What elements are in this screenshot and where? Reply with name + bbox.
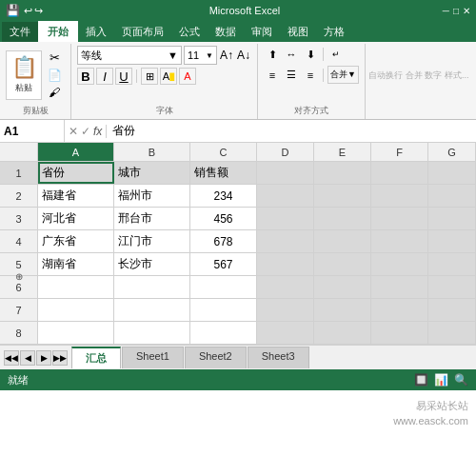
cell-a8[interactable]: [38, 322, 114, 344]
cell-b5[interactable]: 长沙市: [114, 253, 190, 275]
cell-f1[interactable]: [371, 162, 428, 184]
redo-icon[interactable]: ↪: [34, 5, 43, 17]
sheet-nav-prev[interactable]: ◀: [20, 350, 35, 366]
cell-f8[interactable]: [371, 322, 428, 344]
formula-cancel-icon[interactable]: ✕: [69, 125, 78, 138]
cell-e6[interactable]: [314, 276, 371, 298]
sheet-nav-first[interactable]: ◀◀: [4, 350, 19, 366]
align-right-button[interactable]: ≡: [302, 67, 319, 84]
cell-f5[interactable]: [371, 253, 428, 275]
cut-button[interactable]: ✂: [44, 50, 65, 66]
cell-d3[interactable]: [257, 208, 314, 229]
minimize-button[interactable]: ─: [443, 6, 449, 16]
row-num-8[interactable]: 8: [0, 322, 38, 344]
cell-d1[interactable]: [257, 162, 314, 184]
cell-b4[interactable]: 江门市: [114, 230, 190, 252]
align-center-button[interactable]: ☰: [283, 67, 300, 84]
merge-button[interactable]: 合并▼: [327, 66, 359, 84]
cell-a5[interactable]: 湖南省: [38, 253, 114, 275]
cell-g8[interactable]: [428, 322, 476, 344]
cell-b3[interactable]: 邢台市: [114, 208, 190, 229]
cell-f7[interactable]: [371, 299, 428, 321]
normal-view-icon[interactable]: 🔲: [414, 373, 428, 387]
cell-c2[interactable]: 234: [190, 185, 257, 207]
sheet-tab-sheet3[interactable]: Sheet3: [248, 347, 309, 368]
undo-icon[interactable]: ↩: [24, 5, 32, 17]
tab-extra[interactable]: 方格: [316, 22, 352, 42]
border-button[interactable]: ⊞: [141, 68, 158, 85]
cell-g6[interactable]: [428, 276, 476, 298]
cell-c1[interactable]: 销售额: [190, 162, 257, 184]
cell-a1[interactable]: 省份: [38, 162, 114, 184]
font-increase-button[interactable]: A↑: [219, 48, 234, 63]
copy-button[interactable]: 📄: [44, 68, 65, 83]
close-button[interactable]: ✕: [463, 6, 470, 16]
sheet-tab-sheet2[interactable]: Sheet2: [185, 347, 247, 368]
tab-start[interactable]: 开始: [38, 21, 78, 42]
cell-c8[interactable]: [190, 322, 257, 344]
cell-d7[interactable]: [257, 299, 314, 321]
save-icon[interactable]: 💾: [6, 4, 20, 17]
sheet-nav-next[interactable]: ▶: [36, 350, 51, 366]
cell-d6[interactable]: [257, 276, 314, 298]
cell-e3[interactable]: [314, 208, 371, 229]
cell-a3[interactable]: 河北省: [38, 208, 114, 229]
maximize-button[interactable]: □: [453, 6, 459, 16]
cell-e5[interactable]: [314, 253, 371, 275]
row-num-4[interactable]: 4: [0, 230, 38, 252]
cell-f2[interactable]: [371, 185, 428, 207]
cell-c4[interactable]: 678: [190, 230, 257, 252]
align-top-button[interactable]: ⬆: [264, 46, 281, 63]
cell-d4[interactable]: [257, 230, 314, 252]
formula-enter-icon[interactable]: ✓: [81, 125, 90, 138]
row-num-5[interactable]: 5 ⊕: [0, 253, 38, 275]
cell-e2[interactable]: [314, 185, 371, 207]
sheet-tab-sheet1[interactable]: Sheet1: [122, 347, 184, 368]
row-num-1[interactable]: 1: [0, 162, 38, 184]
cell-c5[interactable]: 567: [190, 253, 257, 275]
col-header-a[interactable]: A: [38, 143, 114, 161]
row-num-3[interactable]: 3: [0, 208, 38, 229]
col-header-b[interactable]: B: [114, 143, 190, 161]
formula-input[interactable]: 省份: [107, 121, 476, 142]
cell-d2[interactable]: [257, 185, 314, 207]
cell-d8[interactable]: [257, 322, 314, 344]
cell-a4[interactable]: 广东省: [38, 230, 114, 252]
font-color-button[interactable]: A: [179, 68, 196, 85]
tab-page-layout[interactable]: 页面布局: [114, 22, 171, 42]
bold-button[interactable]: B: [77, 68, 94, 85]
cell-g5[interactable]: [428, 253, 476, 275]
cell-a2[interactable]: 福建省: [38, 185, 114, 207]
cell-g1[interactable]: [428, 162, 476, 184]
col-header-d[interactable]: D: [257, 143, 314, 161]
cell-a6[interactable]: [38, 276, 114, 298]
col-header-f[interactable]: F: [371, 143, 428, 161]
font-size-dropdown[interactable]: 11▼: [184, 46, 217, 65]
cell-b1[interactable]: 城市: [114, 162, 190, 184]
cell-d5[interactable]: [257, 253, 314, 275]
page-layout-icon[interactable]: 📊: [434, 373, 448, 387]
align-middle-button[interactable]: ↔: [283, 46, 300, 63]
cell-c6[interactable]: [190, 276, 257, 298]
underline-button[interactable]: U: [115, 68, 132, 85]
cell-c3[interactable]: 456: [190, 208, 257, 229]
tab-data[interactable]: 数据: [208, 22, 244, 42]
cell-f4[interactable]: [371, 230, 428, 252]
sheet-nav-last[interactable]: ▶▶: [52, 350, 68, 366]
align-bottom-button[interactable]: ⬇: [302, 46, 319, 63]
row-num-7[interactable]: 7: [0, 299, 38, 321]
tab-insert[interactable]: 插入: [78, 22, 114, 42]
tab-review[interactable]: 审阅: [244, 22, 280, 42]
tab-formula[interactable]: 公式: [171, 22, 208, 42]
cell-b6[interactable]: [114, 276, 190, 298]
cell-b2[interactable]: 福州市: [114, 185, 190, 207]
zoom-icon[interactable]: 🔍: [454, 373, 468, 387]
col-header-e[interactable]: E: [314, 143, 371, 161]
cell-b7[interactable]: [114, 299, 190, 321]
format-painter-button[interactable]: 🖌: [44, 85, 65, 100]
cell-a7[interactable]: [38, 299, 114, 321]
row-num-2[interactable]: 2: [0, 185, 38, 207]
cell-f6[interactable]: [371, 276, 428, 298]
col-header-g[interactable]: G: [428, 143, 476, 161]
cell-g7[interactable]: [428, 299, 476, 321]
